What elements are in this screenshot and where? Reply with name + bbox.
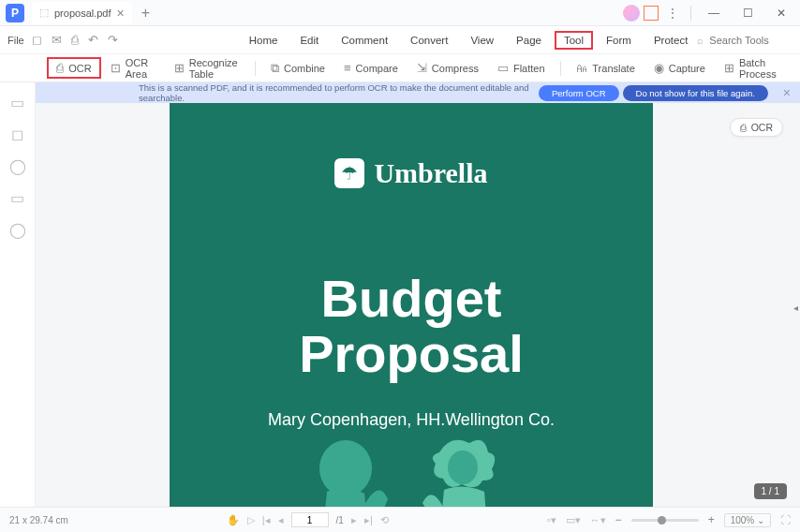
- comments-icon[interactable]: ◯: [9, 157, 26, 174]
- document-title: Budget Proposal: [170, 272, 653, 382]
- notification-icon[interactable]: [644, 6, 659, 21]
- recognize-table-icon: ⊞: [174, 61, 185, 75]
- compare-icon: ≡: [344, 61, 351, 75]
- combine-icon: ⧉: [271, 61, 279, 76]
- svg-point-1: [448, 451, 478, 484]
- bookmarks-icon[interactable]: ◻: [9, 126, 26, 142]
- page-total: /1: [336, 515, 344, 525]
- zoom-slider[interactable]: [631, 519, 699, 522]
- compress-icon: ⇲: [417, 61, 427, 75]
- tool-recognize-table[interactable]: ⊞Recognize Table: [165, 53, 249, 83]
- menu-edit[interactable]: Edit: [290, 31, 328, 50]
- search-input[interactable]: [709, 35, 793, 46]
- content-area: This is a scanned PDF, and it is recomme…: [36, 82, 800, 507]
- tool-compress[interactable]: ⇲Compress: [407, 57, 488, 79]
- last-page-icon[interactable]: ▸|: [364, 514, 373, 526]
- more-menu-icon[interactable]: ⋮: [662, 6, 683, 21]
- notice-close-icon[interactable]: ×: [783, 85, 791, 100]
- brand-name: Umbrella: [374, 157, 487, 189]
- statusbar: 21 x 29.74 cm ✋ ▷ |◂ ◂ /1 ▸ ▸| ⟲ ▫▾ ▭▾ ↔…: [0, 507, 800, 532]
- sidebar: ▭ ◻ ◯ ▭ ◯: [0, 82, 36, 507]
- new-tab-button[interactable]: +: [138, 5, 154, 22]
- menu-tool[interactable]: Tool: [555, 31, 593, 50]
- zoom-in-button[interactable]: +: [708, 513, 715, 526]
- tool-ocr-area[interactable]: ⊡OCR Area: [101, 53, 165, 83]
- view-mode-1-icon[interactable]: ▫▾: [547, 514, 556, 526]
- profile-orb[interactable]: [623, 5, 640, 22]
- print-icon[interactable]: ⎙: [71, 33, 79, 47]
- menu-comment[interactable]: Comment: [332, 31, 397, 50]
- ocr-pill-icon: ⎙: [740, 122, 747, 133]
- search-icon: ⌕: [697, 35, 704, 46]
- menu-convert[interactable]: Convert: [401, 31, 457, 50]
- search-panel-icon[interactable]: ◯: [9, 221, 26, 238]
- notice-text: This is a scanned PDF, and it is recomme…: [45, 82, 539, 103]
- toolbar: ⎙OCR⊡OCR Area⊞Recognize Table⧉Combine≡Co…: [0, 54, 800, 82]
- ocr-pill-label: OCR: [751, 122, 773, 133]
- attachments-icon[interactable]: ▭: [9, 189, 26, 206]
- fit-width-icon[interactable]: ↔▾: [590, 514, 606, 526]
- next-page-icon[interactable]: ▸: [351, 514, 357, 526]
- close-window-button[interactable]: ✕: [766, 2, 796, 24]
- brand-logo: ☂ Umbrella: [170, 157, 653, 189]
- app-icon[interactable]: P: [6, 4, 24, 22]
- menu-page[interactable]: Page: [507, 31, 551, 50]
- tab-close-icon[interactable]: ×: [117, 6, 125, 21]
- undo-icon[interactable]: ↶: [88, 33, 98, 47]
- tool-batch-process[interactable]: ⊞Batch Process: [715, 53, 793, 83]
- dismiss-notice-button[interactable]: Do not show for this file again.: [623, 85, 768, 101]
- hand-tool-icon[interactable]: ✋: [227, 514, 240, 526]
- fullscreen-icon[interactable]: ⛶: [780, 514, 791, 525]
- capture-icon: ◉: [654, 61, 664, 75]
- redo-icon[interactable]: ↷: [108, 33, 118, 47]
- flatten-icon: ▭: [497, 61, 509, 75]
- minimize-button[interactable]: —: [699, 2, 729, 24]
- ocr-icon: ⎙: [56, 61, 64, 75]
- maximize-button[interactable]: ☐: [733, 2, 763, 24]
- menu-home[interactable]: Home: [240, 31, 288, 50]
- view-mode-2-icon[interactable]: ▭▾: [566, 514, 581, 526]
- document-tab[interactable]: ⬚ proposal.pdf ×: [32, 2, 132, 24]
- thumbnails-icon[interactable]: ▭: [9, 94, 26, 111]
- tool-capture[interactable]: ◉Capture: [644, 57, 715, 79]
- zoom-out-button[interactable]: −: [615, 513, 622, 526]
- zoom-level[interactable]: 100% ⌄: [724, 513, 771, 527]
- perform-ocr-button[interactable]: Perform OCR: [539, 85, 619, 101]
- illustration: [252, 426, 570, 507]
- menu-protect[interactable]: Protect: [644, 31, 697, 50]
- ocr-notice-bar: This is a scanned PDF, and it is recomme…: [36, 82, 800, 103]
- file-menu[interactable]: File: [7, 35, 24, 46]
- menu-view[interactable]: View: [461, 31, 503, 50]
- translate-icon: 🗛: [575, 61, 587, 75]
- ocr-floating-button[interactable]: ⎙ OCR: [730, 118, 783, 137]
- page-number-input[interactable]: [291, 512, 329, 527]
- menu-form[interactable]: Form: [597, 31, 641, 50]
- expand-right-icon[interactable]: ◂: [793, 303, 798, 313]
- prev-page-icon[interactable]: ◂: [278, 514, 284, 526]
- page-dimensions: 21 x 29.74 cm: [9, 515, 68, 525]
- tool-combine[interactable]: ⧉Combine: [261, 57, 334, 80]
- first-page-icon[interactable]: |◂: [262, 514, 271, 526]
- rotate-icon[interactable]: ⟲: [380, 514, 389, 526]
- page-indicator-badge: 1 / 1: [754, 483, 787, 499]
- tool-compare[interactable]: ≡Compare: [334, 57, 407, 79]
- batch-process-icon: ⊞: [724, 61, 734, 75]
- tool-ocr[interactable]: ⎙OCR: [47, 57, 100, 79]
- save-icon[interactable]: ✉: [52, 33, 62, 47]
- tab-icon: ⬚: [39, 7, 49, 19]
- logo-mark-icon: ☂: [334, 158, 364, 188]
- document-page[interactable]: ☂ Umbrella Budget Proposal Mary Copenhag…: [170, 103, 653, 507]
- ocr-area-icon: ⊡: [111, 61, 121, 75]
- titlebar: P ⬚ proposal.pdf × + ⋮ — ☐ ✕: [0, 0, 800, 26]
- menubar: File ◻ ✉ ⎙ ↶ ↷ HomeEditCommentConvertVie…: [0, 26, 800, 54]
- select-tool-icon[interactable]: ▷: [247, 514, 255, 526]
- tool-flatten[interactable]: ▭Flatten: [488, 57, 555, 79]
- tab-title: proposal.pdf: [54, 7, 111, 19]
- tool-translate[interactable]: 🗛Translate: [566, 57, 644, 79]
- open-icon[interactable]: ◻: [32, 33, 42, 47]
